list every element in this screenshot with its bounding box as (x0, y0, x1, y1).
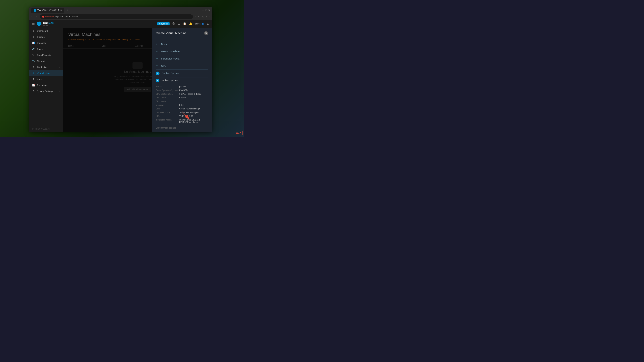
sidebar-item-label-reporting: Reporting (37, 84, 46, 86)
refresh-button[interactable]: ↻ (36, 15, 38, 18)
sidebar-item-credentials[interactable]: ⚙ Credentials › (29, 64, 63, 70)
extensions-icon[interactable]: ⊕ (202, 15, 204, 18)
address-bar[interactable]: 🔴 Not secure https://192.168.31.7/ui/vm (40, 14, 193, 19)
truenas-logo-wordmark: TrueNAS (43, 22, 54, 25)
browser-window: T TrueNAS - 192.168.31.7 ✕ + ─ □ ✕ ‹ › ↻… (29, 7, 212, 132)
network-interface-step-label: Network Interface (161, 50, 180, 53)
admin-badge: admin 👤 (195, 23, 204, 25)
truenas-logo: TrueNAS SCALE (37, 21, 54, 26)
forward-nav-button[interactable]: › (34, 15, 35, 18)
sidebar-item-storage[interactable]: 🗄 Storage (29, 34, 63, 40)
system-settings-icon: ⚙ (32, 90, 35, 92)
browser-favicon: T (34, 9, 36, 11)
user-icon[interactable]: 👤 (202, 23, 204, 25)
window-controls: ─ □ ✕ (202, 9, 210, 11)
shares-icon: 🔗 (32, 48, 35, 50)
wizard-step-network-interface[interactable]: ✏ Network Interface (156, 48, 208, 55)
confirm-row-cpu-model: CPU Model: (156, 99, 208, 103)
main-content: ⊞ Dashboard 🗄 Storage 📊 Datasets 🔗 Share… (29, 28, 212, 132)
confirm-table: Name: pfsense Guest Operating System: Fr… (156, 85, 208, 124)
confirm-key-cpu-config: CPU Configuration: (156, 93, 179, 95)
confirm-key-cpu-mode: CPU Mode: (156, 96, 179, 99)
confirm-row-disk: Disk: Create new disk image (156, 107, 208, 111)
browser-addressbar: ‹ › ↻ 🔴 Not secure https://192.168.31.7/… (29, 13, 212, 20)
confirm-key-cpu-model: CPU Model: (156, 100, 179, 103)
confirm-value-cpu-model (179, 100, 208, 103)
sidebar-item-network[interactable]: 🔧 Network (29, 58, 63, 64)
browser-titlebar: T TrueNAS - 192.168.31.7 ✕ + ─ □ ✕ (29, 7, 212, 13)
wizard-step-confirm-options[interactable]: 7 Confirm Options (156, 69, 208, 77)
clipboard-icon[interactable]: 📋 (183, 22, 186, 25)
disks-edit-icon: ✏ (156, 43, 159, 46)
not-secure-indicator: 🔴 Not secure (42, 15, 54, 18)
sidebar-item-label-apps: Apps (37, 78, 42, 80)
modal-title: Create Virtual Machine (156, 31, 186, 35)
sidebar-item-label-shares: Shares (37, 48, 44, 50)
confirm-value-cpu-config: 1 CPU, 4 cores, 1 thread (179, 93, 208, 95)
truenas-app: ☰ TrueNAS SCALE iX systems ⓵ ☁ 📋 🔔 admin (29, 20, 212, 132)
wizard-step-gpu[interactable]: ✏ GPU (156, 62, 208, 69)
wizard-step-installation-media[interactable]: ✏ Installation Media (156, 55, 208, 62)
confirm-value-cpu-mode: Custom (179, 96, 208, 99)
tab-title: TrueNAS - 192.168.31.7 (38, 9, 59, 11)
back-nav-button[interactable]: ‹ (31, 15, 32, 18)
ixsystems-logo: iX systems (157, 22, 170, 25)
modal-close-button[interactable]: ✕ (204, 31, 208, 35)
top-navbar: ☰ TrueNAS SCALE iX systems ⓵ ☁ 📋 🔔 admin (29, 20, 212, 28)
sidebar-item-virtualization[interactable]: 🖥 Virtualization (29, 70, 63, 76)
maximize-button[interactable]: □ (206, 9, 207, 11)
power-icon[interactable]: ⏻ (207, 22, 210, 25)
top-navbar-right: iX systems ⓵ ☁ 📋 🔔 admin 👤 ⏻ (157, 22, 210, 25)
confirm-value-disk: Create new disk image (179, 108, 208, 110)
page-content: Virtual Machines Available Memory: 53.75… (63, 28, 212, 132)
credentials-chevron-icon: › (60, 66, 60, 68)
minimize-button[interactable]: ─ (202, 9, 204, 11)
browser-tab[interactable]: T TrueNAS - 192.168.31.7 ✕ (31, 8, 64, 12)
sidebar-item-datasets[interactable]: 📊 Datasets (29, 40, 63, 46)
brave-shield-icon[interactable]: 🛡 (198, 15, 200, 18)
sidebar-item-data-protection[interactable]: 🛡 Data Protection (29, 52, 63, 58)
confirm-row-memory: Memory: 2 GiB (156, 103, 208, 107)
menu-icon[interactable]: ≡ (209, 15, 210, 18)
reporting-icon: 📈 (32, 84, 35, 86)
sidebar-item-apps[interactable]: ⊞ Apps (29, 76, 63, 82)
sidebar-item-label-datasets: Datasets (37, 42, 46, 44)
confirm-key-os: Guest Operating System: (156, 89, 179, 91)
installation-media-step-label: Installation Media (161, 57, 180, 60)
confirm-note: Confirm these settings. (156, 127, 208, 129)
sidebar-item-reporting[interactable]: 📈 Reporting (29, 82, 63, 88)
sidebar-footer: TrueNAS SCALE 22.02 (29, 126, 63, 132)
confirm-options-step-label: Confirm Options (162, 72, 179, 75)
music-icon[interactable]: ♪ (206, 15, 207, 18)
confirm-row-name: Name: pfsense (156, 85, 208, 88)
tab-close-button[interactable]: ✕ (60, 9, 62, 11)
sidebar-item-shares[interactable]: 🔗 Shares (29, 46, 63, 52)
hamburger-button[interactable]: ☰ (32, 22, 35, 26)
cloud-icon[interactable]: ☁ (178, 22, 180, 25)
sidebar-item-dashboard[interactable]: ⊞ Dashboard (29, 28, 63, 34)
confirm-value-nic: VirtIO (enp2s0) (179, 115, 208, 117)
credentials-icon: ⚙ (32, 66, 35, 68)
confirm-value-name: pfsense (179, 85, 208, 88)
confirm-value-installation-media: /mnt/pfSense-CE-2.7.2-RELEASE-amd64.iso (179, 119, 208, 123)
data-protection-icon: 🛡 (32, 54, 35, 56)
new-tab-button[interactable]: + (66, 8, 70, 12)
modal-footer: Back Save (152, 132, 212, 132)
close-button[interactable]: ✕ (208, 9, 210, 11)
sidebar-footer-version: TrueNAS SCALE 22.02 (32, 128, 60, 130)
truenas-logo-text-group: TrueNAS SCALE (43, 22, 54, 26)
sidebar-item-label-storage: Storage (37, 36, 45, 38)
bell-icon[interactable]: 🔔 (189, 22, 192, 25)
network-icon: 🔧 (32, 60, 35, 62)
share-icon[interactable]: ↗ (194, 15, 196, 18)
sidebar-item-system-settings[interactable]: ⚙ System Settings › (29, 88, 63, 94)
help-icon[interactable]: ⓵ (172, 22, 175, 25)
storage-icon: 🗄 (32, 35, 35, 38)
wizard-step-disks[interactable]: ✏ Disks (156, 41, 208, 48)
confirm-key-disk: Disk: (156, 108, 179, 110)
apps-icon: ⊞ (32, 78, 35, 80)
create-vm-modal: Create Virtual Machine ✕ ✏ Disks ✏ Netwo… (152, 28, 212, 132)
sidebar-item-label-data-protection: Data Protection (37, 54, 52, 56)
confirm-section: 7 Confirm Options Name: pfsense Guest Op… (156, 79, 208, 129)
confirm-value-os: FreeBSD (179, 89, 208, 91)
